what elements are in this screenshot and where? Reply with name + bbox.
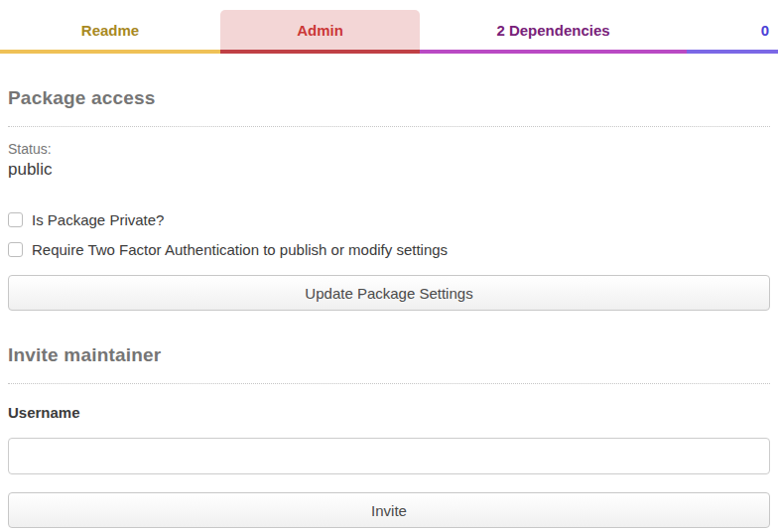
tab-bar: Readme Admin 2 Dependencies 0 xyxy=(0,0,778,54)
tab-readme-label: Readme xyxy=(81,22,139,39)
is-package-private-checkbox[interactable] xyxy=(8,212,23,227)
divider xyxy=(8,126,770,127)
require-2fa-label: Require Two Factor Authentication to pub… xyxy=(32,241,448,258)
admin-panel: Package access Status: public Is Package… xyxy=(0,87,778,528)
package-access-title: Package access xyxy=(8,87,770,109)
tab-admin[interactable]: Admin xyxy=(220,10,420,54)
username-input[interactable] xyxy=(8,438,770,474)
tab-dependencies[interactable]: 2 Dependencies xyxy=(420,10,687,54)
status-value: public xyxy=(8,160,770,180)
is-package-private-row[interactable]: Is Package Private? xyxy=(8,211,770,228)
tab-dependencies-label: 2 Dependencies xyxy=(496,22,609,39)
invite-button[interactable]: Invite xyxy=(8,492,770,528)
update-package-settings-button[interactable]: Update Package Settings xyxy=(8,275,770,311)
require-2fa-row[interactable]: Require Two Factor Authentication to pub… xyxy=(8,241,770,258)
tab-readme[interactable]: Readme xyxy=(0,10,220,54)
invite-maintainer-title: Invite maintainer xyxy=(8,344,770,366)
tab-dependents[interactable]: 0 xyxy=(687,10,778,54)
package-settings-checkboxes: Is Package Private? Require Two Factor A… xyxy=(8,211,770,258)
username-label: Username xyxy=(8,404,770,421)
divider xyxy=(8,383,770,384)
tab-admin-label: Admin xyxy=(297,22,343,39)
status-label: Status: xyxy=(8,141,770,157)
tab-dependents-label: 0 xyxy=(761,22,769,39)
is-package-private-label: Is Package Private? xyxy=(32,211,164,228)
require-2fa-checkbox[interactable] xyxy=(8,242,23,257)
